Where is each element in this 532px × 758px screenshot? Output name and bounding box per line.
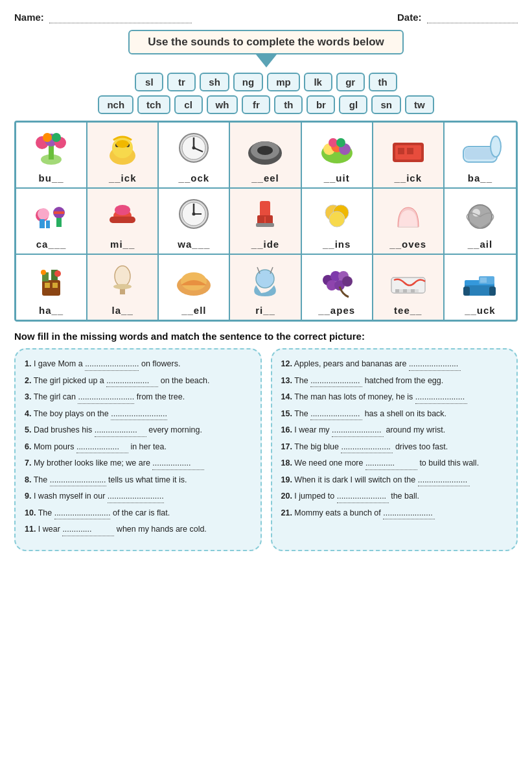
grid-cell: __ick <box>87 123 159 187</box>
cell-image <box>29 261 73 300</box>
sound-chip: sn <box>371 95 401 114</box>
cell-image <box>29 195 73 233</box>
sentence-item: 19. When it is dark I will switch on the… <box>281 475 507 487</box>
svg-rect-88 <box>463 287 470 296</box>
grid-cell: __ide <box>230 189 301 254</box>
cell-image <box>172 261 216 300</box>
title-box-wrapper: Use the sounds to complete the words bel… <box>14 30 518 67</box>
svg-rect-91 <box>480 278 487 283</box>
sentence-item: 4. The boy plays on the ................… <box>25 409 250 421</box>
sentence-item: 20. I jumped to ...................... t… <box>281 491 507 503</box>
sentence-item: 10. The ......................... of the… <box>25 508 250 520</box>
sentence-item: 5. Dad brushes his ................... e… <box>25 425 250 437</box>
cell-image <box>243 261 287 300</box>
svg-point-70 <box>256 270 274 288</box>
cell-image <box>100 195 145 233</box>
main-grid: bu____ick__ock__eel__uit__ickba__ca___mi… <box>14 121 518 322</box>
sentences-left: 1. I gave Mom a ........................… <box>14 348 262 551</box>
cell-word: ca___ <box>36 239 67 250</box>
cell-word: __ell <box>181 305 206 316</box>
cell-word: __oves <box>389 239 426 250</box>
grid-cell: tee__ <box>373 255 445 320</box>
name-label: Name: <box>14 12 44 23</box>
sentence-item: 18. We need one more ............. to bu… <box>281 458 507 470</box>
grid-cell: wa___ <box>159 189 230 254</box>
sentence-item: 3. The girl can ........................… <box>25 392 250 404</box>
sentence-item: 15. The ...................... has a she… <box>281 409 507 421</box>
cell-word: __ail <box>468 239 492 250</box>
sentence-item: 16. I wear my ...................... aro… <box>281 425 507 437</box>
svg-point-19 <box>257 146 273 155</box>
date-label: Date: <box>397 12 422 23</box>
svg-point-11 <box>116 140 129 148</box>
svg-rect-89 <box>489 287 496 296</box>
svg-point-65 <box>115 266 130 287</box>
sentence-item: 12. Apples, pears and bananas are ......… <box>281 359 507 371</box>
svg-rect-38 <box>56 218 62 227</box>
svg-rect-84 <box>411 289 415 292</box>
sentence-item: 14. The man has lots of money, he is ...… <box>281 392 507 404</box>
svg-rect-36 <box>46 220 50 228</box>
sound-chip: wh <box>207 95 238 114</box>
svg-rect-81 <box>399 289 403 292</box>
grid-row-3: ha__la____ellri____apestee____uck <box>16 255 516 320</box>
cell-word: __ick <box>395 172 422 184</box>
svg-point-24 <box>329 138 338 147</box>
grid-cell: la__ <box>87 255 159 320</box>
sound-chip: gr <box>336 73 365 91</box>
cell-word: __ide <box>251 239 279 250</box>
cell-image <box>172 195 216 233</box>
sentences-right: 12. Apples, pears and bananas are ......… <box>271 348 518 551</box>
cell-image <box>100 128 145 167</box>
sound-chip: th <box>274 95 303 114</box>
sentence-item: 2. The girl picked up a ................… <box>25 375 250 388</box>
cell-word: la__ <box>112 305 133 316</box>
svg-rect-51 <box>256 223 274 227</box>
sound-chip: tch <box>137 95 170 114</box>
arrow-down-icon <box>256 54 277 67</box>
sounds-row-2: nchtchclwhfrthbrglsntw <box>98 95 434 114</box>
cell-word: mi__ <box>110 239 135 250</box>
cell-word: __uck <box>465 305 496 316</box>
svg-point-6 <box>52 133 61 142</box>
sound-chip: sh <box>200 73 229 91</box>
cell-image <box>386 261 430 300</box>
grid-cell: ri__ <box>230 255 301 320</box>
cell-image <box>386 128 430 167</box>
svg-rect-83 <box>407 289 411 292</box>
grid-cell: bu__ <box>16 123 87 187</box>
svg-point-78 <box>342 276 353 287</box>
svg-point-67 <box>113 284 132 289</box>
sounds-section: sltrshngmplkgrth nchtchclwhfrthbrglsntw <box>14 73 518 114</box>
sentence-item: 7. My brother looks like me; we are ....… <box>25 458 250 470</box>
grid-cell: __apes <box>302 255 373 320</box>
sound-chip: nch <box>98 95 133 114</box>
svg-rect-48 <box>260 201 270 217</box>
cell-word: wa___ <box>178 239 210 250</box>
sentence-item: 13. The ...................... hatched f… <box>281 375 507 388</box>
sound-chip: tw <box>405 95 434 114</box>
sound-chip: th <box>369 73 397 91</box>
cell-word: ba__ <box>468 172 492 184</box>
cell-image <box>100 261 145 300</box>
grid-cell: mi__ <box>87 189 159 254</box>
sentence-item: 17. The big blue ...................... … <box>281 442 507 454</box>
svg-rect-39 <box>54 211 64 214</box>
cell-image <box>243 128 287 167</box>
title-box: Use the sounds to complete the words bel… <box>128 30 404 54</box>
svg-point-32 <box>491 136 501 157</box>
svg-rect-80 <box>395 289 399 292</box>
cell-word: __eel <box>251 172 279 184</box>
svg-point-16 <box>192 147 196 150</box>
svg-point-25 <box>336 138 345 147</box>
grid-cell: __uit <box>302 123 373 187</box>
svg-rect-59 <box>45 283 50 288</box>
sound-chip: sl <box>135 73 163 91</box>
svg-rect-35 <box>40 219 45 228</box>
sound-chip: cl <box>174 95 203 114</box>
cell-image <box>29 128 73 167</box>
date-line <box>427 23 518 23</box>
sentence-item: 11. I wear ............. when my hands a… <box>25 524 250 536</box>
svg-rect-60 <box>52 283 58 288</box>
grid-cell: __ock <box>159 123 230 187</box>
